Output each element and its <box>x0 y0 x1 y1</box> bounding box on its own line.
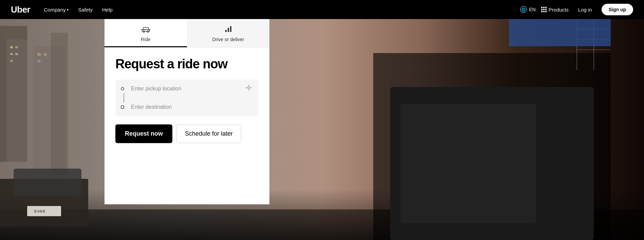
tab-drive[interactable]: Drive or deliver <box>187 19 269 47</box>
svg-point-28 <box>143 31 145 33</box>
pickup-row <box>115 80 259 98</box>
chart-icon <box>225 25 232 34</box>
svg-rect-30 <box>225 30 227 32</box>
nav-right: 🌐 EN Products Log in Sign up <box>520 4 633 15</box>
pickup-dot <box>121 87 124 90</box>
gps-icon[interactable] <box>244 83 253 94</box>
safety-label: Safety <box>78 7 93 13</box>
svg-rect-6 <box>15 46 18 48</box>
svg-rect-8 <box>15 53 18 55</box>
navbar: Uber Company ▾ Safety Help 🌐 EN Products… <box>0 0 644 19</box>
svg-point-33 <box>248 87 250 89</box>
products-label: Products <box>549 7 569 13</box>
svg-rect-12 <box>37 60 41 63</box>
grid-icon <box>541 7 547 12</box>
language-label: EN <box>529 7 535 12</box>
help-link[interactable]: Help <box>98 4 117 15</box>
destination-row <box>115 98 259 116</box>
destination-input[interactable] <box>128 98 253 116</box>
company-label: Company <box>44 7 65 13</box>
svg-rect-10 <box>37 53 41 56</box>
car-icon <box>141 25 151 34</box>
action-buttons: Request now Schedule for later <box>115 124 259 143</box>
svg-rect-2 <box>7 39 27 162</box>
svg-rect-21 <box>400 104 536 223</box>
svg-rect-4 <box>51 33 68 175</box>
svg-rect-32 <box>230 26 231 32</box>
products-button[interactable]: Products <box>541 7 569 13</box>
location-inputs <box>115 80 259 116</box>
svg-rect-27 <box>509 19 611 46</box>
svg-rect-5 <box>10 46 13 48</box>
svg-rect-31 <box>228 28 229 32</box>
destination-dot <box>121 105 124 109</box>
globe-icon: 🌐 <box>520 6 527 13</box>
card-body: Request a ride now <box>105 48 269 204</box>
ride-card: Ride Drive or deliver Request a ride now <box>105 19 269 204</box>
language-selector[interactable]: 🌐 EN <box>520 6 535 13</box>
schedule-later-button[interactable]: Schedule for later <box>176 124 241 143</box>
svg-rect-7 <box>10 53 13 55</box>
company-chevron: ▾ <box>67 8 69 12</box>
uber-logo: Uber <box>11 4 30 15</box>
city-illustration: 9·HHI <box>0 19 644 240</box>
svg-rect-11 <box>43 53 47 56</box>
company-menu[interactable]: Company ▾ <box>40 4 73 15</box>
safety-link[interactable]: Safety <box>74 4 97 15</box>
location-line <box>124 93 124 103</box>
help-label: Help <box>102 7 113 13</box>
login-button[interactable]: Log in <box>574 4 596 15</box>
tab-drive-label: Drive or deliver <box>212 36 244 42</box>
svg-rect-16 <box>14 169 81 196</box>
card-title: Request a ride now <box>115 57 259 71</box>
svg-text:9·HHI: 9·HHI <box>34 209 45 214</box>
hero-background: 9·HHI <box>0 0 644 240</box>
svg-point-29 <box>147 31 149 33</box>
tab-ride[interactable]: Ride <box>105 19 187 47</box>
request-now-button[interactable]: Request now <box>115 124 172 143</box>
nav-links: Company ▾ Safety Help <box>40 4 117 15</box>
card-tabs: Ride Drive or deliver <box>105 19 269 48</box>
svg-rect-9 <box>10 60 13 62</box>
signup-button[interactable]: Sign up <box>602 4 633 15</box>
pickup-input[interactable] <box>128 80 244 98</box>
tab-ride-label: Ride <box>141 36 151 42</box>
